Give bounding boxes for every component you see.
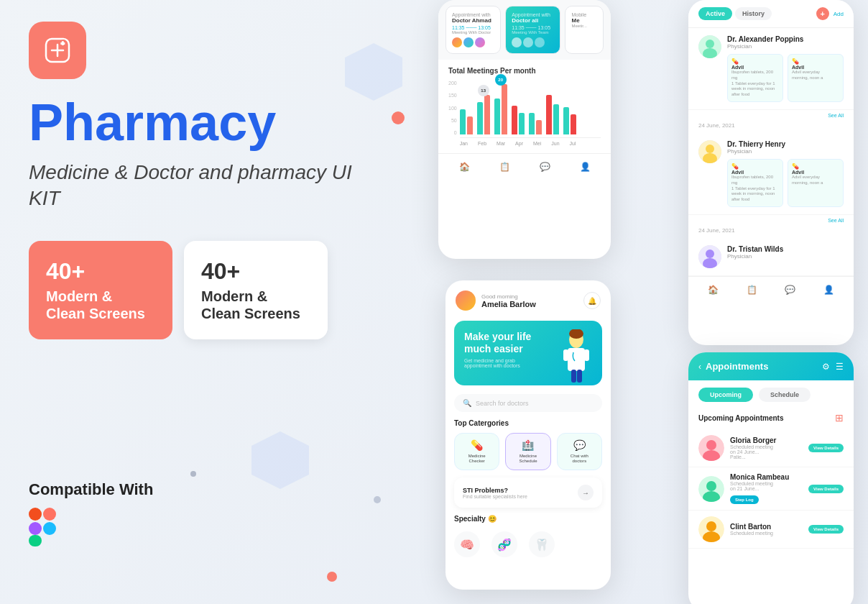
tab-history[interactable]: History (735, 7, 772, 20)
see-all-2[interactable]: See All (688, 215, 854, 226)
doctor-avatar-2 (698, 140, 721, 163)
hero-banner: Make your life much easier Get medicine … (454, 321, 602, 385)
back-arrow-icon[interactable]: ‹ (698, 362, 701, 372)
tab-schedule[interactable]: Schedule (759, 388, 811, 402)
appt-header-icons: ⚙ ☰ (822, 362, 844, 372)
figma-logo (29, 508, 153, 546)
medicine-name-4: Advil (792, 170, 839, 175)
upcoming-label: Upcoming Appointments ⊞ (688, 409, 854, 429)
category-item-schedule[interactable]: 🏥 Medicine Schedule (505, 433, 550, 470)
view-details-btn-3[interactable]: View Details (808, 525, 844, 534)
y-axis: 200 150 100 50 0 (448, 81, 457, 138)
meeting-label-2: Appointment with (512, 12, 554, 17)
doctor-info-3: Dr. Tristan Wilds Physician (727, 245, 844, 260)
doctor-header: Active History + Add (688, 0, 854, 28)
meeting-card-2: Appointment with Doctor ali 11:35 ─── 13… (505, 6, 560, 54)
doctor-item-1: Dr. Alexander Poppins Physician 💊 Advil … (688, 28, 854, 110)
bar-chart-wrapper: 13 20 (460, 81, 601, 146)
patient-avatar-svg-2 (698, 476, 724, 502)
add-button[interactable]: + (816, 7, 829, 20)
category-item-chat[interactable]: 💬 Chat with doctors (557, 433, 602, 470)
stat-number-2: 40+ (201, 258, 310, 285)
doctor-name-3: Dr. Tristan Wilds (727, 245, 844, 253)
meeting-time-2: 11:35 ─── 13:05 (512, 25, 554, 30)
category-grid: 💊 Medicine Checker 🏥 Medicine Schedule 💬… (445, 433, 611, 477)
view-details-btn-1[interactable]: View Details (808, 444, 844, 452)
bar-group-mar: 20 (494, 84, 507, 134)
search-icon: 🔍 (463, 399, 471, 407)
see-all-1[interactable]: See All (688, 110, 854, 121)
medicine-icon-1: 💊 (731, 58, 779, 65)
appt-tabs: Upcoming Schedule (688, 380, 854, 409)
nav-cal-right-icon[interactable]: 📋 (744, 283, 759, 297)
tab-upcoming[interactable]: Upcoming (698, 388, 753, 402)
svg-point-19 (706, 145, 714, 153)
step-log-btn[interactable]: Step Log (730, 495, 759, 504)
bar-jun-red (546, 95, 552, 134)
doctor-title-2: Physician (727, 148, 844, 155)
search-placeholder-text: Search for doctors (476, 400, 529, 407)
y-100: 100 (448, 106, 457, 111)
specialty-brain-icon[interactable]: 🧠 (454, 531, 480, 557)
header-actions: + Add (816, 7, 844, 20)
doctor-illustration (556, 329, 596, 385)
nav-chat-icon[interactable]: 💬 (537, 160, 552, 174)
nav-profile-right-icon[interactable]: 👤 (821, 283, 836, 297)
bar-apr-red (512, 106, 517, 134)
nav-calendar-icon[interactable]: 📋 (497, 160, 512, 174)
doctor-avatar-1 (698, 35, 721, 58)
hex-deco-2 (251, 431, 309, 489)
tab-active[interactable]: Active (698, 7, 732, 20)
svg-rect-7 (29, 535, 42, 546)
date-2: 24 June, 2021 (688, 226, 854, 238)
category-medicine-name: Medicine Checker (461, 454, 493, 464)
svg-rect-10 (568, 348, 585, 371)
user-name-text: Amelia Barlow (481, 300, 536, 308)
sort-icon[interactable]: ⊞ (835, 412, 844, 424)
stat-label-1: Modern & Clean Screens (46, 288, 155, 322)
phone-meetings: Appointment with Doctor Ahmad 11:35 ─── … (438, 0, 611, 259)
patient-name-2: Monica Rambeau (730, 473, 803, 481)
stats-cards: 40+ Modern & Clean Screens 40+ Modern & … (29, 241, 388, 339)
appt-item-1: Gloria Borger Scheduled meetingon 24 Jun… (688, 429, 854, 467)
nav-home-right-icon[interactable]: 🏠 (706, 283, 721, 297)
svg-rect-11 (571, 370, 576, 383)
specialty-dna-icon[interactable]: 🧬 (491, 531, 517, 557)
patient-role-1: Patie... (730, 454, 803, 459)
nav-profile-icon[interactable]: 👤 (578, 160, 592, 174)
avatar-3 (475, 37, 485, 47)
medicine-name-1: Advil (731, 65, 779, 70)
category-item-medicine[interactable]: 💊 Medicine Checker (454, 433, 499, 470)
specialty-tooth-icon[interactable]: 🦷 (529, 531, 555, 557)
home-header: Good morning Amelia Barlow 🔔 (445, 280, 611, 321)
label-jul: Jul (570, 141, 576, 146)
medicine-desc-1: Ibuprofen tablets, 200 mg1 Tablet everyd… (731, 70, 779, 98)
patient-detail-3: Scheduled meeting (730, 531, 803, 536)
stat-card-1: 40+ Modern & Clean Screens (29, 241, 172, 339)
menu-icon[interactable]: ☰ (836, 362, 844, 372)
meeting-cards-row: Appointment with Doctor Ahmad 11:35 ─── … (438, 0, 611, 60)
settings-icon[interactable]: ⚙ (822, 362, 830, 372)
label-jun: Jun (551, 141, 559, 146)
appt-info-3: Clint Barton Scheduled meeting (730, 523, 803, 536)
avatar-1 (452, 37, 462, 47)
avatar-row-1 (452, 37, 494, 47)
specialty-section: Specialty 😊 🧠 🧬 🦷 (445, 515, 611, 557)
search-bar[interactable]: 🔍 Search for doctors (454, 394, 602, 412)
view-details-btn-2[interactable]: View Details (808, 485, 844, 493)
notification-bell-icon[interactable]: 🔔 (583, 292, 601, 309)
hero-subtitle: Get medicine and grab appointment with d… (464, 358, 535, 368)
patient-name-1: Gloria Borger (730, 436, 803, 444)
appt-info-2: Monica Rambeau Scheduled meetingon 21 Ju… (730, 473, 803, 504)
left-panel: + Pharmacy Medicine & Doctor and pharmac… (29, 22, 388, 374)
date-1: 24 June, 2021 (688, 121, 854, 133)
appt-item-2: Monica Rambeau Scheduled meetingon 21 Ju… (688, 467, 854, 511)
doctor-avatar-svg-3 (698, 245, 721, 268)
bar-jul-red (571, 114, 576, 134)
nav-chat-right-icon[interactable]: 💬 (783, 283, 798, 297)
sti-arrow-icon[interactable]: → (578, 485, 594, 500)
nav-home-icon[interactable]: 🏠 (457, 160, 471, 174)
sti-title: STI Problems? (463, 487, 527, 494)
sti-banner[interactable]: STI Problems? Find suitable specialists … (454, 477, 602, 508)
svg-point-28 (706, 481, 716, 491)
